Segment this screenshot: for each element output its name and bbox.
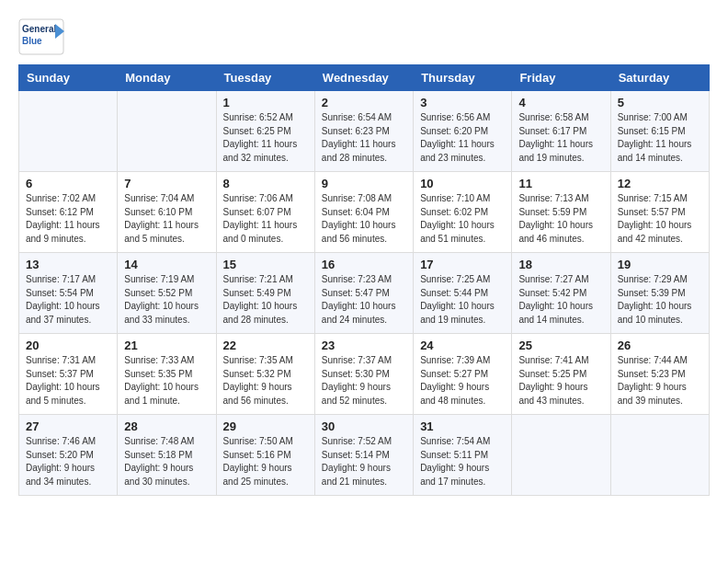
day-info: Sunrise: 6:58 AM Sunset: 6:17 PM Dayligh… [518,111,603,165]
day-number: 3 [420,96,505,109]
calendar-cell: 6Sunrise: 7:02 AM Sunset: 6:12 PM Daylig… [19,172,118,253]
day-number: 26 [618,339,702,352]
day-number: 8 [223,177,308,190]
day-number: 16 [322,258,406,271]
day-number: 13 [26,258,110,271]
day-number: 1 [223,96,308,109]
calendar-cell: 20Sunrise: 7:31 AM Sunset: 5:37 PM Dayli… [19,334,118,415]
calendar-cell: 22Sunrise: 7:35 AM Sunset: 5:32 PM Dayli… [216,334,314,415]
calendar-week-row: 1Sunrise: 6:52 AM Sunset: 6:25 PM Daylig… [19,91,710,172]
day-info: Sunrise: 7:29 AM Sunset: 5:39 PM Dayligh… [618,273,702,327]
weekday-label: Tuesday [216,65,314,91]
calendar-cell [118,91,216,172]
day-number: 31 [420,419,505,433]
day-info: Sunrise: 7:52 AM Sunset: 5:14 PM Dayligh… [322,435,406,488]
calendar-cell: 3Sunrise: 6:56 AM Sunset: 6:20 PM Daylig… [414,91,512,172]
day-info: Sunrise: 7:15 AM Sunset: 5:57 PM Dayligh… [618,192,702,246]
calendar-cell: 17Sunrise: 7:25 AM Sunset: 5:44 PM Dayli… [414,253,512,334]
day-info: Sunrise: 7:37 AM Sunset: 5:30 PM Dayligh… [322,354,406,408]
calendar-cell: 18Sunrise: 7:27 AM Sunset: 5:42 PM Dayli… [512,253,610,334]
day-number: 21 [124,339,209,352]
day-info: Sunrise: 7:50 AM Sunset: 5:16 PM Dayligh… [223,435,308,488]
calendar-cell: 5Sunrise: 7:00 AM Sunset: 6:15 PM Daylig… [610,91,709,172]
calendar-cell: 25Sunrise: 7:41 AM Sunset: 5:25 PM Dayli… [512,334,610,415]
calendar-cell: 8Sunrise: 7:06 AM Sunset: 6:07 PM Daylig… [216,172,314,253]
calendar-cell: 2Sunrise: 6:54 AM Sunset: 6:23 PM Daylig… [314,91,413,172]
day-info: Sunrise: 7:13 AM Sunset: 5:59 PM Dayligh… [518,192,603,246]
logo-svg: General Blue [18,18,64,55]
calendar-table: SundayMondayTuesdayWednesdayThursdayFrid… [18,64,710,496]
svg-text:Blue: Blue [22,36,42,46]
day-number: 5 [618,96,702,109]
logo: General Blue [18,18,64,55]
calendar-cell: 21Sunrise: 7:33 AM Sunset: 5:35 PM Dayli… [118,334,216,415]
calendar-cell: 13Sunrise: 7:17 AM Sunset: 5:54 PM Dayli… [19,253,118,334]
day-info: Sunrise: 7:04 AM Sunset: 6:10 PM Dayligh… [124,192,209,246]
day-info: Sunrise: 7:31 AM Sunset: 5:37 PM Dayligh… [26,354,110,408]
day-number: 17 [420,258,505,271]
calendar-cell: 23Sunrise: 7:37 AM Sunset: 5:30 PM Dayli… [314,334,413,415]
calendar-week-row: 27Sunrise: 7:46 AM Sunset: 5:20 PM Dayli… [19,415,710,496]
calendar-week-row: 6Sunrise: 7:02 AM Sunset: 6:12 PM Daylig… [19,172,710,253]
day-number: 14 [124,258,209,271]
calendar-cell: 26Sunrise: 7:44 AM Sunset: 5:23 PM Dayli… [610,334,709,415]
day-number: 29 [223,419,308,433]
day-info: Sunrise: 7:33 AM Sunset: 5:35 PM Dayligh… [124,354,209,408]
day-info: Sunrise: 7:08 AM Sunset: 6:04 PM Dayligh… [322,192,406,246]
day-info: Sunrise: 6:54 AM Sunset: 6:23 PM Dayligh… [322,111,406,165]
weekday-label: Sunday [19,65,118,91]
weekday-label: Thursday [414,65,512,91]
day-number: 22 [223,339,308,352]
calendar-cell [19,91,118,172]
day-info: Sunrise: 7:27 AM Sunset: 5:42 PM Dayligh… [518,273,603,327]
calendar-cell: 19Sunrise: 7:29 AM Sunset: 5:39 PM Dayli… [610,253,709,334]
day-number: 28 [124,419,209,433]
weekday-header-row: SundayMondayTuesdayWednesdayThursdayFrid… [19,65,710,91]
day-number: 11 [518,177,603,190]
day-info: Sunrise: 7:19 AM Sunset: 5:52 PM Dayligh… [124,273,209,327]
day-number: 27 [26,419,110,433]
day-number: 25 [518,339,603,352]
calendar-header: SundayMondayTuesdayWednesdayThursdayFrid… [19,65,710,91]
calendar-cell: 15Sunrise: 7:21 AM Sunset: 5:49 PM Dayli… [216,253,314,334]
day-info: Sunrise: 7:02 AM Sunset: 6:12 PM Dayligh… [26,192,110,246]
day-info: Sunrise: 6:56 AM Sunset: 6:20 PM Dayligh… [420,111,505,165]
day-number: 19 [618,258,702,271]
calendar-cell: 27Sunrise: 7:46 AM Sunset: 5:20 PM Dayli… [19,415,118,496]
calendar-cell: 4Sunrise: 6:58 AM Sunset: 6:17 PM Daylig… [512,91,610,172]
day-number: 24 [420,339,505,352]
day-number: 12 [618,177,702,190]
header: General Blue [18,18,710,55]
day-number: 2 [322,96,406,109]
weekday-label: Monday [118,65,216,91]
day-info: Sunrise: 7:21 AM Sunset: 5:49 PM Dayligh… [223,273,308,327]
day-number: 6 [26,177,110,190]
day-info: Sunrise: 7:41 AM Sunset: 5:25 PM Dayligh… [518,354,603,408]
day-number: 23 [322,339,406,352]
calendar-cell: 14Sunrise: 7:19 AM Sunset: 5:52 PM Dayli… [118,253,216,334]
day-info: Sunrise: 7:10 AM Sunset: 6:02 PM Dayligh… [420,192,505,246]
calendar-cell: 7Sunrise: 7:04 AM Sunset: 6:10 PM Daylig… [118,172,216,253]
day-info: Sunrise: 7:23 AM Sunset: 5:47 PM Dayligh… [322,273,406,327]
day-number: 10 [420,177,505,190]
day-info: Sunrise: 7:06 AM Sunset: 6:07 PM Dayligh… [223,192,308,246]
svg-text:General: General [22,24,56,34]
calendar-body: 1Sunrise: 6:52 AM Sunset: 6:25 PM Daylig… [19,91,710,496]
calendar-cell: 24Sunrise: 7:39 AM Sunset: 5:27 PM Dayli… [414,334,512,415]
day-info: Sunrise: 7:35 AM Sunset: 5:32 PM Dayligh… [223,354,308,408]
calendar-cell: 9Sunrise: 7:08 AM Sunset: 6:04 PM Daylig… [314,172,413,253]
day-number: 18 [518,258,603,271]
calendar-cell: 31Sunrise: 7:54 AM Sunset: 5:11 PM Dayli… [414,415,512,496]
day-info: Sunrise: 7:00 AM Sunset: 6:15 PM Dayligh… [618,111,702,165]
day-number: 15 [223,258,308,271]
calendar-cell: 10Sunrise: 7:10 AM Sunset: 6:02 PM Dayli… [414,172,512,253]
calendar-week-row: 13Sunrise: 7:17 AM Sunset: 5:54 PM Dayli… [19,253,710,334]
day-info: Sunrise: 7:54 AM Sunset: 5:11 PM Dayligh… [420,435,505,488]
calendar-cell [610,415,709,496]
day-number: 7 [124,177,209,190]
calendar-cell: 29Sunrise: 7:50 AM Sunset: 5:16 PM Dayli… [216,415,314,496]
calendar-cell: 30Sunrise: 7:52 AM Sunset: 5:14 PM Dayli… [314,415,413,496]
calendar-cell: 11Sunrise: 7:13 AM Sunset: 5:59 PM Dayli… [512,172,610,253]
day-info: Sunrise: 6:52 AM Sunset: 6:25 PM Dayligh… [223,111,308,165]
weekday-label: Saturday [610,65,709,91]
